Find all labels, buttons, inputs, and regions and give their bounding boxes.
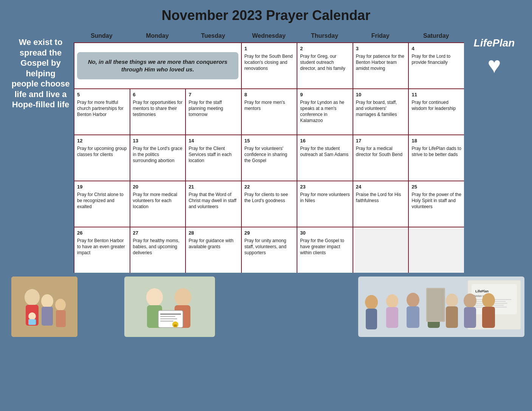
day-28-num: 28: [189, 230, 238, 236]
day-4: 4 Pray for the Lord to provide financial…: [409, 43, 464, 88]
day-15-text: Pray for volunteers' confidence in shari…: [244, 145, 294, 164]
day-8: 8 Pray for more men's mentors: [242, 89, 297, 134]
day-26-text: Pray for Benton Harbor to have an even g…: [77, 238, 127, 256]
day-3-num: 3: [356, 45, 406, 52]
day-30: 30 Pray for the Gospel to have greater i…: [297, 227, 353, 273]
svg-rect-40: [446, 306, 458, 328]
svg-point-1: [25, 289, 40, 306]
day-headers: Sunday Monday Tuesday Wednesday Thursday…: [74, 29, 464, 42]
calendar-section: Sunday Monday Tuesday Wednesday Thursday…: [74, 29, 464, 273]
day-24-text: Praise the Lord for His faithfulness: [356, 192, 406, 204]
day-3-text: Pray for patience for the Benton Harbor …: [356, 53, 406, 72]
day-28: 28 Pray for guidance with available gran…: [186, 227, 241, 273]
day-3: 3 Pray for patience for the Benton Harbo…: [353, 43, 408, 88]
day-19: 19 Pray for Christ alone to be recognize…: [74, 181, 130, 227]
day-4-text: Pray for the Lord to provide financially: [411, 53, 461, 65]
day-26: 26 Pray for Benton Harbor to have an eve…: [74, 227, 130, 273]
day-1-text: Pray for the South Bend location's closi…: [244, 53, 294, 72]
svg-point-3: [41, 294, 53, 308]
empty-cell-2: [409, 227, 464, 273]
day-13-num: 13: [133, 138, 183, 144]
day-27: 27 Pray for healthy moms, babies, and up…: [130, 227, 186, 273]
day-header-wednesday: Wednesday: [241, 29, 297, 42]
day-7: 7 Pray for the staff planning meeting to…: [186, 89, 241, 134]
day-29-num: 29: [244, 230, 294, 236]
day-header-monday: Monday: [130, 29, 186, 42]
day-23-text: Pray for more volunteers in Niles: [300, 192, 350, 204]
day-6-text: Pray for opportunities for mentors to sh…: [133, 99, 183, 118]
day-15: 15 Pray for volunteers' confidence in sh…: [242, 135, 297, 181]
day-22-text: Pray for clients to see the Lord's goodn…: [244, 192, 294, 204]
day-25: 25 Pray for the power of the Holy Spirit…: [409, 181, 464, 227]
photo-certificate: [124, 277, 215, 337]
day-7-text: Pray for the staff planning meeting tomo…: [189, 99, 238, 118]
svg-point-7: [28, 312, 36, 320]
svg-rect-44: [482, 307, 495, 328]
day-4-num: 4: [411, 45, 461, 52]
day-29: 29 Pray for unity among staff, volunteer…: [242, 227, 297, 273]
day-5-num: 5: [77, 91, 127, 98]
day-6: 6 Pray for opportunities for mentors to …: [130, 89, 186, 134]
day-header-tuesday: Tuesday: [185, 29, 241, 42]
day-header-saturday: Saturday: [408, 29, 464, 42]
lifeplan-logo: LifePlan: [474, 37, 515, 49]
photo-family: [11, 277, 77, 337]
day-9-text: Pray for Lyndon as he speaks at a men's …: [300, 99, 350, 124]
day-21: 21 Pray that the Word of Christ may dwel…: [186, 181, 241, 227]
day-18-text: Pray for LifePlan dads to strive to be b…: [411, 145, 461, 158]
day-18-num: 18: [411, 138, 461, 144]
day-16: 16 Pray for the student outreach at Sam …: [297, 135, 353, 181]
svg-point-31: [365, 295, 378, 309]
day-24: 24 Praise the Lord for His faithfulness: [353, 181, 408, 227]
calendar-grid: No, in all these things we are more than…: [74, 42, 464, 273]
day-2: 2 Pray for Greg, our student outreach di…: [297, 43, 353, 88]
lifeplan-heart: ♥: [487, 52, 501, 78]
svg-point-43: [482, 293, 495, 307]
day-21-num: 21: [189, 184, 238, 190]
day-5-text: Pray for more fruitful church partnershi…: [77, 99, 127, 118]
quote-cell: No, in all these things we are more than…: [74, 43, 241, 88]
photo-group: LifePlan Benton Harbor: [358, 277, 524, 337]
day-10-num: 10: [356, 91, 406, 98]
quote-text: No, in all these things we are more than…: [88, 59, 227, 73]
day-12-text: Pray for upcoming group classes for clie…: [77, 145, 127, 158]
day-30-num: 30: [300, 230, 350, 236]
day-10: 10 Pray for board, staff, and volunteers…: [353, 89, 408, 134]
day-19-num: 19: [77, 184, 127, 190]
svg-rect-8: [28, 319, 36, 325]
quote-box: No, in all these things we are more than…: [77, 52, 238, 80]
day-6-num: 6: [133, 91, 183, 98]
svg-rect-34: [386, 307, 398, 328]
day-24-num: 24: [356, 184, 406, 190]
day-18: 18 Pray for LifePlan dads to strive to b…: [409, 135, 464, 181]
svg-rect-9: [124, 277, 215, 337]
day-header-thursday: Thursday: [297, 29, 353, 42]
left-panel: We exist to spread the Gospel by helping…: [8, 29, 74, 114]
page-title: November 2023 Prayer Calendar: [8, 8, 524, 23]
svg-point-33: [386, 294, 398, 308]
day-2-num: 2: [300, 45, 350, 52]
svg-point-5: [55, 299, 66, 311]
day-5: 5 Pray for more fruitful church partners…: [74, 89, 130, 134]
day-21-text: Pray that the Word of Christ may dwell i…: [189, 192, 238, 210]
svg-text:LifePlan: LifePlan: [475, 289, 489, 293]
day-27-num: 27: [133, 230, 183, 236]
day-9-num: 9: [300, 91, 350, 98]
day-27-text: Pray for healthy moms, babies, and upcom…: [133, 238, 183, 256]
svg-point-12: [175, 288, 191, 306]
day-17: 17 Pray for a medical director for South…: [353, 135, 408, 181]
day-19-text: Pray for Christ alone to be recognized a…: [77, 192, 127, 210]
day-25-num: 25: [411, 184, 461, 190]
svg-point-35: [407, 293, 419, 307]
svg-point-39: [446, 294, 458, 307]
day-29-text: Pray for unity among staff, volunteers, …: [244, 238, 294, 256]
svg-rect-15: [160, 314, 181, 315]
svg-point-10: [146, 288, 163, 306]
svg-rect-17: [160, 318, 177, 319]
day-14: 14 Pray for the Client Services staff in…: [186, 135, 241, 181]
day-26-num: 26: [77, 230, 127, 236]
day-17-text: Pray for a medical director for South Be…: [356, 145, 406, 158]
svg-rect-36: [407, 306, 419, 328]
day-14-num: 14: [189, 138, 238, 144]
mission-text: We exist to spread the Gospel by helping…: [8, 33, 74, 114]
